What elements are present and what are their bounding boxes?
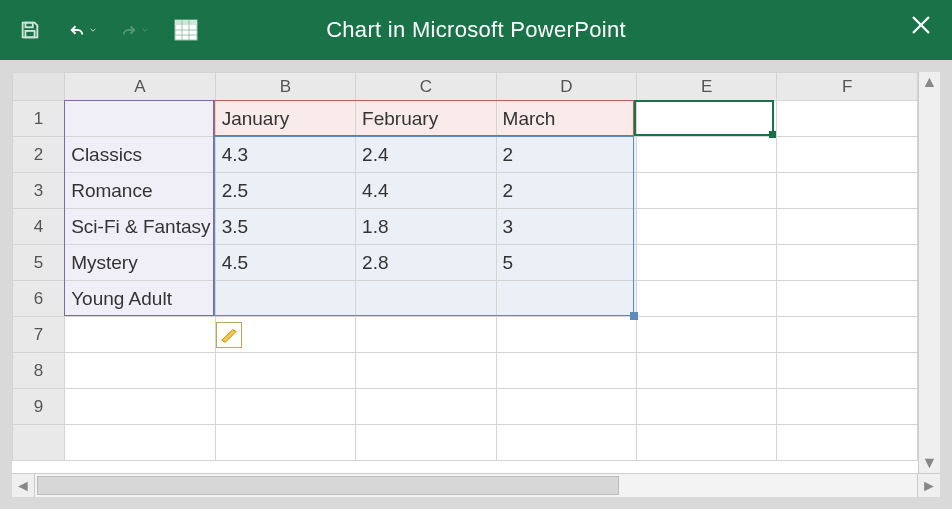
row-header-3[interactable]: 3 xyxy=(13,173,65,209)
scroll-down-icon[interactable]: ▼ xyxy=(919,453,940,473)
cell-A1[interactable] xyxy=(65,101,215,137)
smart-tag-icon[interactable] xyxy=(216,322,242,348)
cell-C6[interactable] xyxy=(356,281,496,317)
cell-A9[interactable] xyxy=(65,389,215,425)
cell-F2[interactable] xyxy=(777,137,918,173)
cell-F5[interactable] xyxy=(777,245,918,281)
cell-E1[interactable] xyxy=(637,101,777,137)
cell-D8[interactable] xyxy=(496,353,636,389)
row-header-5[interactable]: 5 xyxy=(13,245,65,281)
cell-F7[interactable] xyxy=(777,317,918,353)
cell-E3[interactable] xyxy=(637,173,777,209)
col-header-F[interactable]: F xyxy=(777,73,918,101)
cell-F1[interactable] xyxy=(777,101,918,137)
cell-D1[interactable]: March xyxy=(496,101,636,137)
cell-F3[interactable] xyxy=(777,173,918,209)
cell-F8[interactable] xyxy=(777,353,918,389)
row-header-4[interactable]: 4 xyxy=(13,209,65,245)
row-header-8[interactable]: 8 xyxy=(13,353,65,389)
range-resize-handle[interactable] xyxy=(630,312,638,320)
grid[interactable]: A B C D E F 1 January Feb xyxy=(12,72,918,473)
window-title: Chart in Microsoft PowerPoint xyxy=(326,17,626,43)
undo-dropdown-icon[interactable] xyxy=(90,26,96,34)
scroll-left-icon[interactable]: ◄ xyxy=(12,477,34,495)
cell-D5[interactable]: 5 xyxy=(496,245,636,281)
cell-A5[interactable]: Mystery xyxy=(65,245,215,281)
cell-A2[interactable]: Classics xyxy=(65,137,215,173)
cell-C8[interactable] xyxy=(356,353,496,389)
hscroll-thumb[interactable] xyxy=(37,476,619,495)
cell-E4[interactable] xyxy=(637,209,777,245)
scroll-right-icon[interactable]: ► xyxy=(918,477,940,495)
cell-B3[interactable]: 2.5 xyxy=(215,173,355,209)
col-header-D[interactable]: D xyxy=(496,73,636,101)
row-header-7[interactable]: 7 xyxy=(13,317,65,353)
svg-rect-1 xyxy=(25,31,34,37)
cell-B8[interactable] xyxy=(215,353,355,389)
save-icon[interactable] xyxy=(16,16,44,44)
vertical-scrollbar[interactable]: ▲ ▼ xyxy=(918,72,940,473)
cell-B6[interactable] xyxy=(215,281,355,317)
cell-B2[interactable]: 4.3 xyxy=(215,137,355,173)
col-header-B[interactable]: B xyxy=(215,73,355,101)
title-bar: Chart in Microsoft PowerPoint xyxy=(0,0,952,60)
cell-A7[interactable] xyxy=(65,317,215,353)
horizontal-scrollbar[interactable]: ◄ ► xyxy=(12,473,940,497)
cell-C2[interactable]: 2.4 xyxy=(356,137,496,173)
row-header-2[interactable]: 2 xyxy=(13,137,65,173)
cell-B5[interactable]: 4.5 xyxy=(215,245,355,281)
spreadsheet: A B C D E F 1 January Feb xyxy=(12,72,940,497)
cell-B9[interactable] xyxy=(215,389,355,425)
datasheet-icon[interactable] xyxy=(172,16,200,44)
cell-C9[interactable] xyxy=(356,389,496,425)
cell-F4[interactable] xyxy=(777,209,918,245)
cell-D7[interactable] xyxy=(496,317,636,353)
row-header-10[interactable] xyxy=(13,425,65,461)
row-header-9[interactable]: 9 xyxy=(13,389,65,425)
cell-D3[interactable]: 2 xyxy=(496,173,636,209)
svg-rect-0 xyxy=(25,23,32,28)
cell-B4[interactable]: 3.5 xyxy=(215,209,355,245)
scroll-up-icon[interactable]: ▲ xyxy=(919,72,940,92)
row-header-1[interactable]: 1 xyxy=(13,101,65,137)
undo-icon[interactable] xyxy=(68,16,96,44)
cell-E7[interactable] xyxy=(637,317,777,353)
cell-D9[interactable] xyxy=(496,389,636,425)
cell-A8[interactable] xyxy=(65,353,215,389)
cell-A6[interactable]: Young Adult xyxy=(65,281,215,317)
cell-D6[interactable] xyxy=(496,281,636,317)
cell-F6[interactable] xyxy=(777,281,918,317)
col-header-C[interactable]: C xyxy=(356,73,496,101)
cell-A4[interactable]: Sci-Fi & Fantasy xyxy=(65,209,215,245)
cell-C1[interactable]: February xyxy=(356,101,496,137)
cell-A3[interactable]: Romance xyxy=(65,173,215,209)
hscroll-track[interactable] xyxy=(34,474,918,497)
cell-C4[interactable]: 1.8 xyxy=(356,209,496,245)
cell-D2[interactable]: 2 xyxy=(496,137,636,173)
cell-F9[interactable] xyxy=(777,389,918,425)
close-icon[interactable] xyxy=(910,14,932,40)
cell-E2[interactable] xyxy=(637,137,777,173)
cell-E6[interactable] xyxy=(637,281,777,317)
cell-B1[interactable]: January xyxy=(215,101,355,137)
redo-icon xyxy=(120,16,148,44)
cell-C3[interactable]: 4.4 xyxy=(356,173,496,209)
row-header-6[interactable]: 6 xyxy=(13,281,65,317)
col-header-A[interactable]: A xyxy=(65,73,215,101)
cell-C7[interactable] xyxy=(356,317,496,353)
col-header-E[interactable]: E xyxy=(637,73,777,101)
cell-C5[interactable]: 2.8 xyxy=(356,245,496,281)
cell-E5[interactable] xyxy=(637,245,777,281)
cell-D4[interactable]: 3 xyxy=(496,209,636,245)
cell-E8[interactable] xyxy=(637,353,777,389)
svg-rect-3 xyxy=(175,20,197,25)
select-all-corner[interactable] xyxy=(13,73,65,101)
cell-E9[interactable] xyxy=(637,389,777,425)
